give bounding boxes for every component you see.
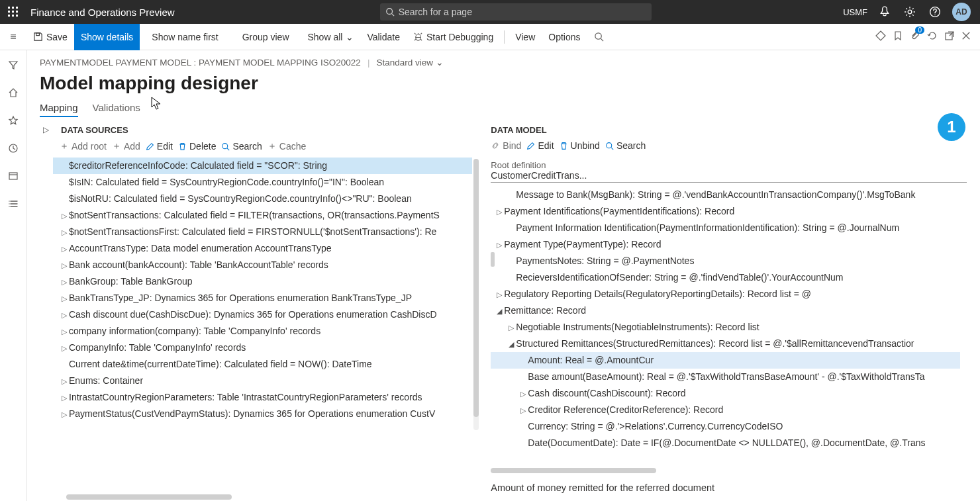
scrollbar-vertical[interactable] (473, 159, 479, 430)
caret-icon[interactable]: ▷ (60, 224, 69, 240)
caret-icon[interactable]: ◢ (495, 303, 504, 319)
edit-button[interactable]: Edit (146, 141, 173, 152)
ds-tree-row[interactable]: $creditorReferenceInfoCode: Calculated f… (53, 158, 472, 174)
dm-tree-row[interactable]: Amount: Real = @.AmountCur (491, 352, 960, 369)
caret-icon[interactable]: ◢ (507, 336, 516, 352)
caret-icon[interactable]: ▷ (518, 402, 528, 418)
ds-tree-row[interactable]: ▷$notSentTransactionsFirst: Calculated f… (53, 224, 472, 240)
popout-icon[interactable] (944, 30, 955, 43)
home-icon[interactable] (5, 85, 21, 101)
caret-icon[interactable]: ▷ (60, 390, 69, 406)
add-root-button[interactable]: ＋Add root (60, 140, 107, 152)
ds-tree-row[interactable]: ▷BankGroup: Table BankGroup (53, 273, 472, 290)
caret-icon[interactable]: ▷ (495, 237, 504, 253)
list-icon[interactable] (5, 196, 21, 212)
tab-validations[interactable]: Validations (93, 102, 140, 117)
ds-tree-row[interactable]: ▷BankTransType_JP: Dynamics 365 for Oper… (53, 290, 472, 306)
dm-tree-row[interactable]: ▷Creditor Reference(CreditorReference): … (491, 402, 960, 418)
options-menu[interactable]: Options (542, 24, 587, 50)
dm-tree-row[interactable]: ◢Remittance: Record (491, 302, 960, 319)
caret-icon[interactable]: ▷ (60, 324, 69, 340)
caret-icon[interactable]: ▷ (60, 208, 69, 224)
ds-tree-row[interactable]: $IsIN: Calculated field = SysCountryRegi… (53, 174, 472, 191)
ds-tree-row[interactable]: ▷Enums: Container (53, 373, 472, 389)
ds-tree-row[interactable]: ▷CompanyInfo: Table 'CompanyInfo' record… (53, 340, 472, 356)
caret-icon[interactable]: ▷ (60, 274, 69, 290)
scrollbar-horizontal[interactable] (66, 494, 232, 500)
dm-tree-row[interactable]: ▷Cash discount(CashDiscount): Record (491, 385, 960, 402)
ds-tree-row[interactable]: ▷company information(company): Table 'Co… (53, 323, 472, 340)
help-icon[interactable] (927, 4, 943, 20)
tab-mapping[interactable]: Mapping (40, 102, 78, 117)
start-debugging-button[interactable]: Start Debugging (407, 24, 500, 50)
scrollbar-horizontal[interactable] (491, 468, 656, 473)
dm-tree-row[interactable]: ◢Structured Remittances(StructuredRemitt… (491, 336, 960, 352)
dm-tree-row[interactable]: Currency: String = @.'>Relations'.Curren… (491, 418, 960, 435)
ds-tree-row[interactable]: ▷Bank account(bankAccount): Table 'BankA… (53, 257, 472, 273)
hamburger-icon[interactable]: ≡ (0, 31, 26, 43)
cache-button[interactable]: ＋Cache (268, 140, 306, 152)
dm-tree-row[interactable]: Payment Information Identification(Payme… (491, 220, 960, 236)
dm-tree-row[interactable]: Message to Bank(MsgBank): String = @.'ve… (491, 187, 960, 203)
group-view-button[interactable]: Group view (230, 24, 301, 50)
show-all-dropdown[interactable]: Show all⌄ (301, 24, 361, 50)
view-dropdown[interactable]: Standard view ⌄ (376, 57, 444, 68)
clock-icon[interactable] (5, 140, 21, 156)
caret-icon[interactable]: ▷ (60, 373, 69, 389)
dm-tree-row[interactable]: PaymentsNotes: String = @.PaymentNotes (491, 253, 960, 269)
dm-tree-row[interactable]: ▷Regulatory Reporting Details(Regulatory… (491, 286, 960, 302)
ds-tree-row[interactable]: ▷IntrastatCountryRegionParameters: Table… (53, 389, 472, 406)
bind-button[interactable]: Bind (491, 140, 521, 151)
caret-icon[interactable]: ▷ (60, 291, 69, 306)
search-input[interactable]: Search for a page (380, 3, 652, 21)
close-icon[interactable] (961, 31, 971, 42)
search-button[interactable]: Search (221, 141, 262, 152)
ds-tree-row[interactable]: Current date&time(currentDateTime): Calc… (53, 356, 472, 373)
view-menu[interactable]: View (509, 24, 542, 50)
caret-icon[interactable]: ▷ (60, 406, 69, 422)
ds-tree-row[interactable]: $isNotRU: Calculated field = SysCountryR… (53, 191, 472, 207)
root-definition-value[interactable]: CustomerCreditTrans... (491, 170, 967, 183)
bell-icon[interactable] (877, 4, 893, 20)
expand-arrow-icon[interactable]: ▷ (40, 125, 52, 134)
caret-icon[interactable]: ▷ (60, 340, 69, 356)
attach-icon[interactable]: 0 (910, 30, 920, 43)
ds-tree-row[interactable]: ▷Cash discount due(CashDiscDue): Dynamic… (53, 306, 472, 323)
bookmark-icon[interactable] (893, 30, 903, 43)
refresh-icon[interactable] (927, 30, 938, 43)
caret-icon[interactable]: ▷ (495, 204, 504, 220)
waffle-icon[interactable] (0, 0, 26, 24)
add-button[interactable]: ＋Add (112, 140, 140, 152)
panel-icon[interactable] (5, 168, 21, 184)
dm-tree-row[interactable]: RecieversIdentificationOfSender: String … (491, 269, 960, 286)
ds-tree-row[interactable]: ▷AccountTransType: Data model enumeratio… (53, 240, 472, 257)
caret-icon[interactable]: ▷ (518, 386, 528, 402)
avatar[interactable]: AD (952, 3, 971, 21)
delete-button[interactable]: Delete (178, 141, 216, 152)
dm-tree-row[interactable]: Base amount(BaseAmount): Real = @.'$TaxW… (491, 369, 960, 385)
caret-icon[interactable]: ▷ (60, 241, 69, 257)
dm-tree-row[interactable]: ▷Payment Identifications(PaymentIdentifi… (491, 203, 960, 220)
caret-icon[interactable]: ▷ (507, 320, 516, 336)
caret-icon[interactable]: ▷ (60, 257, 69, 273)
filter-icon[interactable] (5, 57, 21, 73)
show-name-first-button[interactable]: Show name first (140, 24, 230, 50)
dm-tree-row[interactable]: Date(DocumentDate): Date = IF(@.Document… (491, 435, 960, 451)
gear-icon[interactable] (902, 4, 918, 20)
diamond-icon[interactable] (875, 30, 886, 43)
save-button[interactable]: Save (26, 24, 74, 50)
validate-button[interactable]: Validate (360, 24, 407, 50)
star-icon[interactable] (5, 113, 21, 128)
unbind-button[interactable]: Unbind (560, 140, 600, 151)
show-details-button[interactable]: Show details (74, 24, 140, 50)
ds-tree-row[interactable]: ▷$notSentTransactions: Calculated field … (53, 207, 472, 224)
ds-tree-row[interactable]: ▷PaymentStatus(CustVendPaymStatus): Dyna… (53, 406, 472, 422)
dm-tree-row[interactable]: ▷Payment Type(PaymentType): Record (491, 236, 960, 253)
caret-icon[interactable]: ▷ (495, 287, 504, 302)
search-dm-button[interactable]: Search (605, 140, 646, 151)
edit-dm-button[interactable]: Edit (526, 140, 554, 151)
company-label[interactable]: USMF (843, 7, 867, 17)
caret-icon[interactable]: ▷ (60, 307, 69, 323)
dm-tree-row[interactable]: ▷Negotiable Instruments(NegotiableInstru… (491, 319, 960, 336)
search-icon[interactable] (587, 24, 611, 50)
